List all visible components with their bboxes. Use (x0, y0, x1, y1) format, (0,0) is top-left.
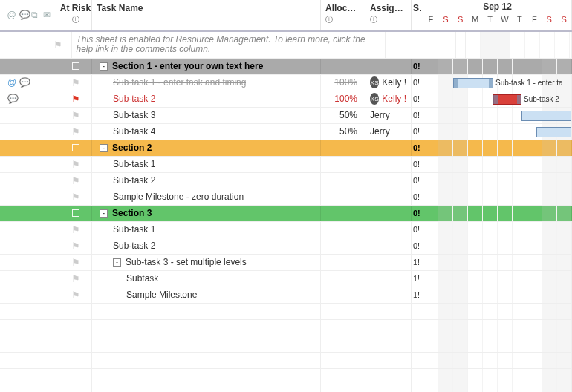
allocation-cell[interactable] (321, 385, 365, 392)
task-row[interactable]: ⚑Sub-task 350%Jerry0! (0, 108, 572, 124)
assigned-cell[interactable] (365, 287, 412, 303)
gantt-bar[interactable] (536, 127, 572, 137)
allocation-cell[interactable] (321, 238, 365, 254)
blank-row[interactable] (0, 353, 572, 369)
section-checkbox-icon[interactable] (72, 144, 79, 151)
truncated-cell[interactable]: 0! (412, 206, 423, 221)
gantt-cell[interactable] (423, 140, 572, 156)
task-name-cell[interactable]: Sub-task 2 (92, 91, 321, 107)
risk-cell[interactable]: ⚑ (59, 271, 92, 287)
flag-icon[interactable]: ⚑ (71, 192, 80, 203)
risk-cell[interactable] (59, 320, 92, 336)
gantt-cell[interactable] (423, 238, 572, 254)
allocation-cell[interactable] (321, 271, 365, 287)
truncated-cell[interactable] (412, 385, 423, 392)
section-row[interactable]: -Section 30! (0, 206, 572, 222)
risk-cell[interactable] (59, 385, 92, 392)
gantt-cell[interactable] (423, 320, 572, 336)
allocation-cell[interactable] (321, 173, 365, 189)
truncated-cell[interactable]: 0! (412, 108, 423, 123)
flag-icon[interactable]: ⚑ (71, 94, 80, 105)
truncated-cell[interactable]: 0! (412, 238, 423, 254)
task-row[interactable]: 💬⚑Sub-task 2100%KSKelly !0!Sub-task 2 (0, 91, 572, 108)
truncated-cell[interactable]: 0! (412, 222, 423, 238)
truncated-cell[interactable]: 1! (412, 287, 423, 303)
comment-icon[interactable]: 💬 (19, 10, 28, 19)
allocation-cell[interactable] (321, 353, 365, 368)
gantt-cell[interactable] (423, 222, 572, 238)
flag-icon[interactable]: ⚑ (53, 39, 62, 50)
gantt-handle-right[interactable] (517, 95, 521, 104)
section-row[interactable]: -Section 1 - enter your own text here0! (0, 59, 572, 75)
task-name-cell[interactable] (92, 369, 321, 385)
flag-icon[interactable]: ⚑ (71, 159, 80, 170)
gantt-cell[interactable]: Sub-task 1 - enter ta (423, 75, 572, 91)
assigned-cell[interactable] (365, 255, 412, 270)
gantt-bar[interactable] (521, 111, 572, 121)
allocation-cell[interactable]: 100% (321, 91, 365, 107)
task-row[interactable]: ⚑Sub-task 10! (0, 222, 572, 238)
task-name-cell[interactable]: -Section 1 - enter your own text here (92, 59, 321, 74)
assigned-cell[interactable] (365, 369, 412, 385)
task-name-cell[interactable]: Sub-task 2 (92, 173, 321, 189)
task-name-cell[interactable]: Sub-task 1 - enter task and timing (92, 75, 321, 91)
column-task-name[interactable]: Task Name (92, 0, 321, 30)
gantt-cell[interactable] (423, 124, 572, 140)
flag-icon[interactable]: ⚑ (71, 77, 80, 88)
risk-cell[interactable]: ⚑ (59, 91, 92, 107)
assigned-cell[interactable] (365, 385, 412, 392)
allocation-cell[interactable] (321, 140, 365, 156)
task-name-cell[interactable]: Sub-task 2 (92, 238, 321, 254)
risk-cell[interactable]: ⚑ (59, 173, 92, 189)
truncated-cell[interactable]: 0! (412, 140, 423, 156)
gantt-cell[interactable] (423, 304, 572, 319)
allocation-cell[interactable] (321, 255, 365, 270)
assigned-cell[interactable]: KSKelly ! (365, 75, 412, 91)
risk-cell[interactable] (59, 369, 92, 385)
risk-cell[interactable] (59, 206, 92, 221)
comment-icon[interactable]: 💬 (19, 77, 30, 88)
blank-row[interactable] (0, 304, 572, 320)
assigned-cell[interactable] (365, 320, 412, 336)
gantt-cell[interactable] (423, 287, 572, 303)
risk-cell[interactable] (59, 140, 92, 156)
task-row[interactable]: ⚑Sub-task 20! (0, 238, 572, 255)
expand-toggle[interactable]: - (100, 62, 108, 71)
gantt-bar[interactable]: Sub-task 1 - enter ta (453, 78, 493, 88)
flag-icon[interactable]: ⚑ (71, 110, 80, 121)
assigned-cell[interactable] (365, 304, 412, 319)
flag-icon[interactable]: ⚑ (71, 257, 80, 268)
blank-row[interactable] (0, 385, 572, 392)
assigned-cell[interactable] (365, 336, 412, 352)
risk-cell[interactable] (59, 59, 92, 74)
allocation-cell[interactable] (321, 304, 365, 319)
truncated-cell[interactable] (412, 304, 423, 319)
risk-cell[interactable]: ⚑ (59, 255, 92, 270)
assigned-cell[interactable] (365, 59, 412, 74)
gantt-cell[interactable] (423, 206, 572, 221)
column-at-risk[interactable]: At Risk i (59, 0, 92, 30)
section-row[interactable]: -Section 20! (0, 140, 572, 157)
section-checkbox-icon[interactable] (72, 62, 79, 70)
risk-cell[interactable]: ⚑ (59, 108, 92, 123)
truncated-cell[interactable]: 0! (412, 157, 423, 172)
gantt-cell[interactable] (423, 255, 572, 270)
comment-icon[interactable]: 💬 (7, 94, 19, 104)
info-icon[interactable]: i (72, 16, 79, 23)
allocation-cell[interactable] (321, 206, 365, 221)
truncated-cell[interactable] (412, 320, 423, 336)
truncated-cell[interactable]: 0! (412, 173, 423, 189)
allocation-cell[interactable] (321, 287, 365, 303)
risk-cell[interactable] (59, 304, 92, 319)
task-name-cell[interactable]: Sample Milestone (92, 287, 321, 303)
reminder-icon[interactable]: ✉ (43, 10, 52, 19)
assigned-cell[interactable] (365, 206, 412, 221)
expand-toggle[interactable]: - (100, 209, 108, 218)
task-name-cell[interactable]: Subtask (92, 271, 321, 287)
gantt-cell[interactable] (423, 173, 572, 189)
assigned-cell[interactable] (365, 238, 412, 254)
truncated-cell[interactable]: 0! (412, 59, 423, 74)
task-name-cell[interactable]: Sub-task 3 (92, 108, 321, 123)
gantt-cell[interactable] (423, 353, 572, 368)
gantt-cell[interactable] (423, 336, 572, 352)
